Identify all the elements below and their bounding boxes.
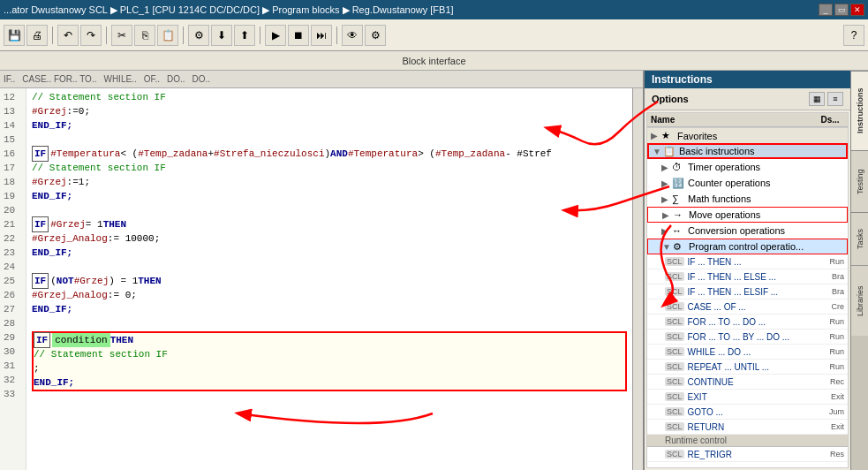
minimize-button[interactable]: _ bbox=[819, 4, 833, 16]
settings-button[interactable]: ⚙ bbox=[365, 25, 386, 46]
timer-operations-item[interactable]: ▶ ⏱ Timer operations bbox=[647, 159, 848, 175]
right-panel: Instructions Options ▦ ≡ Name Ds... ▶ ★ … bbox=[643, 71, 850, 470]
title-controls: _ ▭ ✕ bbox=[819, 4, 864, 16]
toolbar-separator-3 bbox=[183, 27, 184, 44]
options-bar: Options ▦ ≡ bbox=[645, 88, 850, 110]
scl-return-item[interactable]: SCL RETURN Exit bbox=[647, 420, 848, 435]
scl-if-then-elsif-item[interactable]: SCL IF ... THEN ... ELSIF ... Bra bbox=[647, 284, 848, 299]
copy-button[interactable]: ⎘ bbox=[134, 25, 155, 46]
scl-for-to-do-item[interactable]: SCL FOR ... TO ... DO ... Run bbox=[647, 315, 848, 330]
scl-repeat-until-item[interactable]: SCL REPEAT ... UNTIL ... Run bbox=[647, 360, 848, 375]
tree-panel[interactable]: Name Ds... ▶ ★ Favorites ▼ 📋 Basic instr… bbox=[646, 112, 849, 468]
highlighted-code-block: IF condition THEN // Statement section I… bbox=[32, 331, 627, 391]
paste-button[interactable]: 📋 bbox=[157, 25, 178, 46]
scl-for-to-by-do-item[interactable]: SCL FOR ... TO ... BY ... DO ... Run bbox=[647, 330, 848, 345]
favorites-label: Favorites bbox=[677, 131, 844, 141]
scl-goto-badge: Jum bbox=[829, 407, 848, 416]
scl-for-to-do-label: FOR ... TO ... DO ... bbox=[688, 317, 766, 327]
scl-re-trigr-label: RE_TRIGR bbox=[688, 450, 733, 459]
code-line-27: END_IF; bbox=[32, 302, 627, 316]
if-keyword-label: IF.. bbox=[4, 74, 15, 84]
code-line-17: // Statement section IF bbox=[32, 161, 627, 175]
scl-exit-item[interactable]: SCL EXIT Exit bbox=[647, 390, 848, 405]
stop-button[interactable]: ⏹ bbox=[288, 25, 309, 46]
counter-operations-label: Counter operations bbox=[688, 178, 846, 188]
vtab-tasks[interactable]: Tasks bbox=[851, 212, 868, 265]
view-icon-2[interactable]: ≡ bbox=[827, 92, 843, 106]
scl-tag-7: SCL bbox=[665, 347, 684, 356]
undo-button[interactable]: ↶ bbox=[57, 25, 79, 46]
favorites-section[interactable]: ▶ ★ Favorites bbox=[647, 127, 848, 143]
scl-if-then-label: IF ... THEN ... bbox=[688, 257, 742, 267]
view-icon-1[interactable]: ▦ bbox=[809, 92, 825, 106]
basic-instructions-toggle-icon: ▼ bbox=[653, 147, 663, 156]
conversion-operations-item[interactable]: ▶ ↔ Conversion operations bbox=[647, 223, 848, 239]
monitor-button[interactable]: 👁 bbox=[342, 25, 363, 46]
scl-tag-1: SCL bbox=[665, 257, 684, 266]
toolbar-separator-4 bbox=[260, 27, 260, 44]
save-button[interactable]: 💾 bbox=[4, 25, 25, 46]
toolbar: 💾 🖨 ↶ ↷ ✂ ⎘ 📋 ⚙ ⬇ ⬆ ▶ ⏹ ⏭ 👁 ⚙ ? bbox=[0, 19, 868, 51]
scl-repeat-until-badge: Run bbox=[829, 362, 848, 371]
code-line-29: IF condition THEN bbox=[34, 333, 625, 347]
scl-while-do-item[interactable]: SCL WHILE ... DO ... Run bbox=[647, 345, 848, 360]
code-editor[interactable]: // Statement section IF #Grzej:=0; END_I… bbox=[26, 88, 632, 470]
title-bar: ...ator Dwustanowy SCL ▶ PLC_1 [CPU 1214… bbox=[0, 0, 868, 19]
condition-highlight: condition bbox=[52, 333, 109, 347]
code-line-19: END_IF; bbox=[32, 189, 627, 203]
scl-if-then-elsif-label: IF ... THEN ... ELSIF ... bbox=[688, 287, 779, 297]
scl-goto-item[interactable]: SCL GOTO ... Jum bbox=[647, 405, 848, 420]
scl-re-trigr-item[interactable]: SCL RE_TRIGR Res bbox=[647, 447, 848, 462]
scl-tag-13: SCL bbox=[665, 450, 684, 459]
scl-if-then-else-label: IF ... THEN ... ELSE ... bbox=[688, 272, 776, 282]
tree-col-name: Name bbox=[647, 113, 812, 126]
help-button[interactable]: ? bbox=[843, 25, 864, 46]
vtab-instructions[interactable]: Instructions bbox=[851, 71, 868, 150]
favorites-icon: ★ bbox=[661, 130, 676, 141]
scl-if-then-item[interactable]: SCL IF ... THEN ... Run bbox=[647, 254, 848, 269]
while-keyword-label: WHILE.. bbox=[103, 74, 136, 84]
options-label: Options bbox=[652, 94, 689, 104]
math-toggle-icon: ▶ bbox=[661, 194, 672, 204]
step-button[interactable]: ⏭ bbox=[311, 25, 332, 46]
conversion-toggle-icon: ▶ bbox=[661, 226, 672, 236]
counter-operations-item[interactable]: ▶ 🔢 Counter operations bbox=[647, 175, 848, 191]
compile-button[interactable]: ⚙ bbox=[188, 25, 209, 46]
print-button[interactable]: 🖨 bbox=[26, 25, 48, 46]
scl-case-of-label: CASE ... OF ... bbox=[688, 302, 746, 312]
main-layout: IF.. CASE.. FOR.. TO.. WHILE.. OF.. DO..… bbox=[0, 71, 868, 470]
do2-keyword-label: DO.. bbox=[192, 74, 211, 84]
restore-button[interactable]: ▭ bbox=[834, 4, 849, 16]
math-functions-label: Math functions bbox=[688, 193, 846, 204]
cut-button[interactable]: ✂ bbox=[111, 25, 132, 46]
timer-toggle-icon: ▶ bbox=[661, 163, 672, 172]
vtab-testing[interactable]: Testing bbox=[851, 150, 868, 212]
scl-case-of-item[interactable]: SCL CASE ... OF ... Cre bbox=[647, 299, 848, 315]
vtab-libraries[interactable]: Libraries bbox=[851, 265, 868, 336]
scl-continue-item[interactable]: SCL CONTINUE Rec bbox=[647, 375, 848, 390]
code-container[interactable]: 12 13 14 15 16 17 18 19 20 21 22 23 24 2… bbox=[0, 88, 643, 470]
upload-button[interactable]: ⬆ bbox=[234, 25, 255, 46]
instructions-header: Instructions bbox=[645, 71, 850, 88]
move-operations-item[interactable]: ▶ → Move operations bbox=[647, 207, 848, 223]
close-button[interactable]: ✕ bbox=[850, 4, 864, 16]
scl-while-do-label: WHILE ... DO ... bbox=[688, 347, 751, 357]
math-functions-item[interactable]: ▶ ∑ Math functions bbox=[647, 191, 848, 207]
scl-if-then-elsif-badge: Bra bbox=[832, 287, 848, 296]
run-button[interactable]: ▶ bbox=[265, 25, 286, 46]
scl-tag-11: SCL bbox=[665, 407, 684, 416]
editor-scrollbar[interactable] bbox=[632, 88, 643, 470]
code-line-28 bbox=[32, 316, 627, 330]
title-text: ...ator Dwustanowy SCL ▶ PLC_1 [CPU 1214… bbox=[4, 4, 454, 16]
scl-tag-2: SCL bbox=[665, 272, 684, 281]
redo-button[interactable]: ↷ bbox=[80, 25, 102, 46]
basic-instructions-section[interactable]: ▼ 📋 Basic instructions bbox=[647, 143, 848, 159]
program-control-item[interactable]: ▼ ⚙ Program control operatio... bbox=[647, 239, 848, 254]
scl-continue-badge: Rec bbox=[830, 377, 848, 386]
scl-if-then-else-item[interactable]: SCL IF ... THEN ... ELSE ... Bra bbox=[647, 269, 848, 284]
runtime-control-header: Runtime control bbox=[647, 435, 848, 447]
favorites-toggle-icon: ▶ bbox=[651, 131, 661, 140]
download-button[interactable]: ⬇ bbox=[211, 25, 232, 46]
basic-instructions-icon: 📋 bbox=[663, 146, 677, 157]
timer-icon: ⏱ bbox=[672, 162, 686, 172]
